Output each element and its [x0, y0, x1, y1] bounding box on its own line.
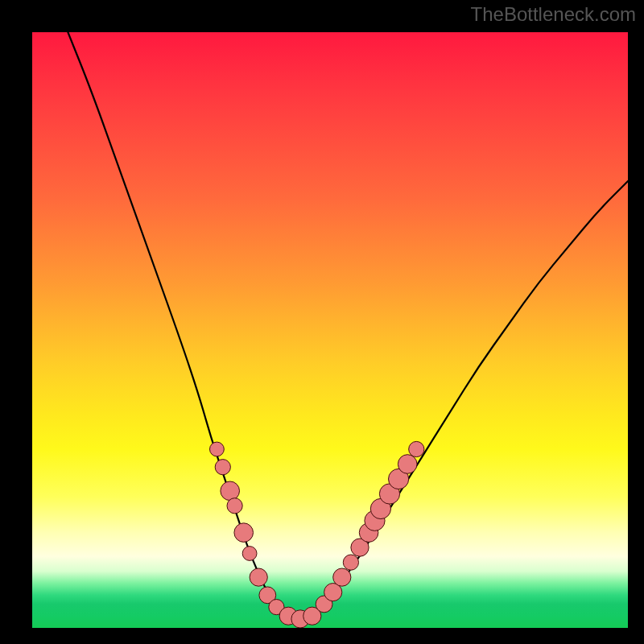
marker-dot: [227, 498, 242, 514]
marker-dot: [234, 523, 254, 543]
chart-frame: TheBottleneck.com: [0, 0, 644, 644]
marker-dot: [409, 441, 424, 456]
marker-dot: [210, 442, 225, 456]
marker-dot: [333, 568, 351, 586]
marker-dot: [215, 460, 230, 475]
marker-dot: [250, 568, 267, 586]
watermark-text: TheBottleneck.com: [471, 3, 636, 26]
marker-dot: [343, 555, 358, 570]
marker-dot: [242, 547, 257, 561]
marker-dot: [398, 455, 417, 474]
curve-markers: [210, 441, 424, 628]
marker-dot: [221, 481, 240, 501]
chart-svg: [32, 32, 628, 628]
plot-area: [32, 32, 628, 628]
curve-path: [68, 32, 628, 618]
